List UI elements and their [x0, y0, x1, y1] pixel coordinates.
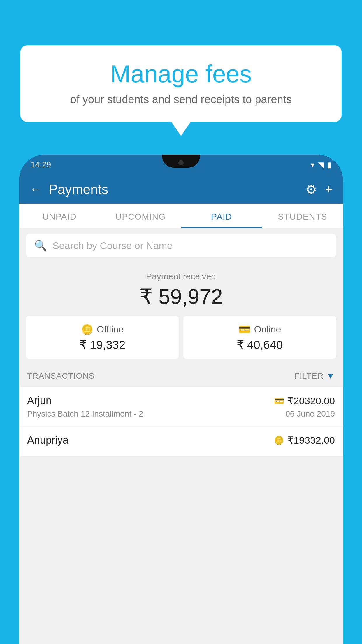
tab-paid[interactable]: PAID — [181, 204, 262, 228]
add-icon[interactable]: + — [325, 182, 333, 197]
tab-bar: UNPAID UPCOMING PAID STUDENTS — [19, 204, 343, 228]
wifi-icon: ▾ — [311, 160, 314, 169]
tab-unpaid[interactable]: UNPAID — [19, 204, 100, 228]
payment-summary: Payment received ₹ 59,972 🪙 Offline ₹ 19… — [19, 263, 343, 365]
phone-notch — [162, 155, 200, 168]
payment-cards: 🪙 Offline ₹ 19,332 💳 Online ₹ 40,640 — [26, 316, 336, 359]
filter-label: FILTER — [294, 371, 324, 381]
transaction-row-top: Anupriya 🪙 ₹19332.00 — [27, 434, 335, 446]
search-input[interactable]: Search by Course or Name — [52, 240, 173, 251]
tab-upcoming[interactable]: UPCOMING — [100, 204, 181, 228]
transaction-amount-wrap: 💳 ₹20320.00 — [274, 395, 335, 407]
transaction-amount: ₹19332.00 — [287, 434, 335, 446]
header-right: ⚙ + — [305, 182, 333, 197]
transaction-course: Physics Batch 12 Installment - 2 — [27, 409, 143, 419]
table-row: Arjun 💳 ₹20320.00 Physics Batch 12 Insta… — [19, 387, 343, 426]
signal-icon: ◥ — [318, 160, 324, 169]
camera — [178, 160, 184, 165]
transaction-name: Anupriya — [27, 434, 68, 446]
offline-card: 🪙 Offline ₹ 19,332 — [26, 316, 179, 359]
app-content: ← Payments ⚙ + UNPAID UPCOMING PAID STUD… — [19, 175, 343, 644]
table-row: Anupriya 🪙 ₹19332.00 — [19, 426, 343, 456]
bubble-subtitle: of your students and send receipts to pa… — [38, 93, 324, 106]
battery-icon: ▮ — [327, 160, 331, 169]
transaction-sub: Physics Batch 12 Installment - 2 06 June… — [27, 409, 335, 419]
header-left: ← Payments — [29, 181, 108, 197]
tab-students[interactable]: STUDENTS — [262, 204, 343, 228]
speech-bubble: Manage fees of your students and send re… — [20, 45, 342, 122]
page-title: Payments — [49, 181, 108, 197]
app-header: ← Payments ⚙ + — [19, 175, 343, 204]
transaction-amount: ₹20320.00 — [287, 395, 335, 407]
offline-card-header: 🪙 Offline — [32, 323, 173, 335]
online-card-header: 💳 Online — [189, 323, 330, 335]
search-container: 🔍 Search by Course or Name — [19, 228, 343, 263]
offline-amount: ₹ 19,332 — [32, 338, 173, 351]
transaction-amount-wrap: 🪙 ₹19332.00 — [274, 434, 335, 446]
online-label: Online — [254, 324, 281, 335]
status-time: 14:29 — [31, 160, 51, 169]
online-payment-icon: 💳 — [274, 396, 284, 406]
bubble-title: Manage fees — [38, 60, 324, 88]
offline-payment-icon: 🪙 — [274, 435, 284, 445]
transactions-label: TRANSACTIONS — [27, 371, 94, 381]
filter-icon: ▼ — [326, 371, 335, 381]
card-icon: 💳 — [238, 323, 251, 335]
transaction-name: Arjun — [27, 395, 52, 407]
online-amount: ₹ 40,640 — [189, 338, 330, 351]
filter-button[interactable]: FILTER ▼ — [294, 371, 335, 381]
status-bar: 14:29 ▾ ◥ ▮ — [19, 155, 343, 175]
payment-total-amount: ₹ 59,972 — [26, 284, 336, 309]
settings-icon[interactable]: ⚙ — [305, 182, 317, 197]
phone-frame: 14:29 ▾ ◥ ▮ ← Payments ⚙ + UNPAID UPCOMI… — [19, 155, 343, 644]
search-icon: 🔍 — [34, 239, 47, 252]
search-bar[interactable]: 🔍 Search by Course or Name — [26, 234, 336, 257]
status-icons: ▾ ◥ ▮ — [311, 160, 331, 169]
transaction-row-top: Arjun 💳 ₹20320.00 — [27, 395, 335, 407]
transactions-header: TRANSACTIONS FILTER ▼ — [19, 365, 343, 387]
offline-label: Offline — [97, 324, 124, 335]
online-card: 💳 Online ₹ 40,640 — [183, 316, 336, 359]
transaction-list: Arjun 💳 ₹20320.00 Physics Batch 12 Insta… — [19, 387, 343, 456]
transaction-date: 06 June 2019 — [285, 409, 335, 419]
back-button[interactable]: ← — [29, 182, 42, 196]
offline-icon: 🪙 — [81, 323, 93, 335]
payment-received-label: Payment received — [26, 272, 336, 281]
